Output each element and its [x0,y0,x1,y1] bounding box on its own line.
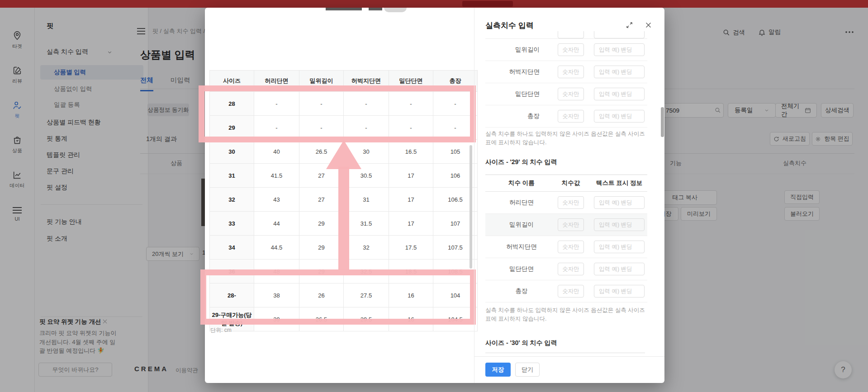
up-arrow-head [326,140,361,169]
left-scrollbar[interactable] [470,145,472,269]
size-name-cell: 30 [210,140,254,164]
close-icon[interactable] [645,21,652,29]
measure-value-input[interactable] [558,110,584,123]
size-value-cell: 17 [389,164,433,188]
size-value-cell: 29 [299,212,344,236]
measure-value-input[interactable] [558,218,584,231]
clipped-input [558,31,584,38]
measure-name: 밑위길이 [485,46,540,54]
section-29-col-header: 치수 이름 [485,179,558,187]
measure-value-input[interactable] [558,241,584,253]
size-value-cell: 32 [344,236,389,260]
measure-input-row: 밑단단면 [485,258,647,280]
highlight-box-empty-rows [199,85,476,142]
panel-helper-text: 실측 치수를 하나도 입력하지 않은 사이즈 옵션값은 실측 사이즈표에 표시하… [485,130,647,147]
measure-value-input[interactable] [558,66,584,78]
measure-value-input[interactable] [558,263,584,275]
size-name-cell: 33 [210,212,254,236]
expand-icon[interactable] [626,21,633,29]
section-30-title: 사이즈 - '30' 의 치수 입력 [485,339,557,347]
measure-name: 밑단단면 [485,90,540,98]
measure-input-row: 허리단면 [485,192,647,214]
panel-helper-text: 실측 치수를 하나도 입력하지 않은 사이즈 옵션값은 실측 사이즈표에 표시하… [485,306,647,323]
measure-name: 허리단면 [485,198,558,207]
measure-name: 밑단단면 [485,265,558,273]
section-29-col-header: 치수값 [558,179,584,187]
measure-text-input[interactable] [594,66,645,78]
size-value-cell: 29 [299,236,344,260]
panel-scrollbar[interactable] [661,107,664,137]
size-name-cell: 32 [210,188,254,212]
measure-text-input[interactable] [594,88,645,100]
section-29-col-header: 텍스트 표시 정보 [594,179,645,187]
panel-footer-divider [474,356,664,357]
measure-text-input[interactable] [594,196,645,209]
size-value-cell: 31.5 [344,212,389,236]
measure-text-input[interactable] [594,241,645,253]
measure-input-panel: 실측치수 입력 밑위길이 허벅지단면 밑단단면 총장 실측 치수를 [474,8,664,383]
measure-input-row: 총장 [485,280,647,302]
size-value-cell: 27 [299,188,344,212]
section-29-table: 치수 이름치수값텍스트 표시 정보 허리단면 밑위길이 허벅지단면 밑단단면 총… [485,175,647,302]
measure-input-row: 밑단단면 [485,83,647,105]
measure-name: 밑위길이 [485,221,558,229]
size-value-cell: 17.5 [389,236,433,260]
save-button[interactable]: 저장 [485,363,511,377]
measure-text-input[interactable] [594,110,645,123]
measure-input-row: 밑위길이 [485,214,647,236]
size-value-cell: 40 [254,140,299,164]
size-value-cell: 41.5 [254,164,299,188]
size-value-cell: 17 [389,188,433,212]
section-29-header-row: 치수 이름치수값텍스트 표시 정보 [485,175,647,192]
size-name-cell: 31 [210,164,254,188]
measure-text-input[interactable] [594,285,645,298]
measure-input-row: 허벅지단면 [485,61,647,83]
clipped-input [594,31,645,38]
size-value-cell: 17 [389,212,433,236]
size-value-cell: 31 [344,188,389,212]
measure-input-row: 밑위길이 [485,39,647,61]
size-name-cell: 34 [210,236,254,260]
measure-text-input[interactable] [594,263,645,275]
measure-value-input[interactable] [558,88,584,100]
section-30-divider [485,353,645,353]
measure-value-input[interactable] [558,285,584,298]
clipped-content-fragment [326,8,362,10]
measure-text-input[interactable] [594,43,645,56]
measure-input-row: 총장 [485,105,647,128]
unit-label: 단위: cm [210,326,232,334]
measure-name: 총장 [485,112,540,120]
size-value-cell: 44 [254,212,299,236]
clipped-content-fragment [384,8,407,12]
up-arrow-tail [338,167,349,270]
size-value-cell: 43 [254,188,299,212]
size-value-cell: 16.5 [389,140,433,164]
measure-name: 허벅지단면 [485,68,540,76]
measure-input-row: 허벅지단면 [485,236,647,258]
measure-value-input[interactable] [558,196,584,209]
measure-value-input[interactable] [558,43,584,56]
measure-text-input[interactable] [594,218,645,231]
highlight-box-new-rows [200,269,476,325]
panel-title: 실측치수 입력 [485,20,534,31]
section-29-title: 사이즈 - '29' 의 치수 입력 [485,158,557,166]
measurement-modal: 사이즈허리단면밑위길이허벅지단면밑단단면총장28-----29-----3040… [205,8,664,383]
close-button[interactable]: 닫기 [515,363,540,377]
measure-name: 허벅지단면 [485,243,558,251]
size-value-cell: 44.5 [254,236,299,260]
measure-name: 총장 [485,287,558,295]
app-root: 타겟 리뷰 핏 상품 데이터 UI 핏 실측 치수 입력 상품별 입력상품없이 … [0,0,868,392]
clipped-content-fragment [369,8,382,10]
